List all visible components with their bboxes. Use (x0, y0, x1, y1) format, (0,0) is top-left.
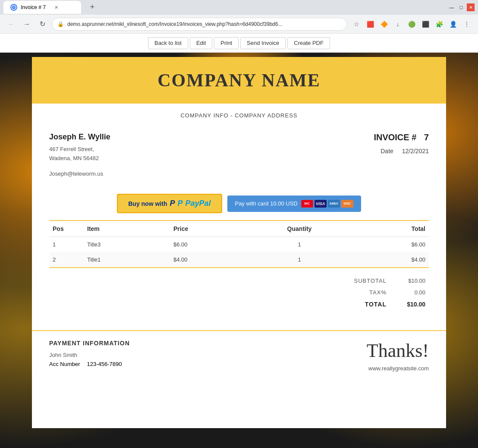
subtotal-value: $10.00 (395, 278, 425, 284)
item-pos: 1 (49, 237, 84, 252)
lock-icon: 🔒 (57, 21, 64, 27)
client-email: Joseph@teleworm.us (49, 170, 110, 179)
table-row: 2 Title1 $4.00 1 $4.00 (49, 252, 429, 268)
totals-table: SUBTOTAL $10.00 TAX% 0.00 TOTAL $10.00 (308, 275, 429, 310)
edit-button[interactable]: Edit (190, 37, 212, 49)
extension2-button[interactable]: 🔶 (378, 18, 390, 30)
website: www.reallygreatsite.com (367, 365, 429, 372)
bookmark-button[interactable]: ☆ (350, 18, 362, 30)
browser-tab[interactable]: Invoice # 7 ✕ (3, 1, 81, 14)
totals-section: SUBTOTAL $10.00 TAX% 0.00 TOTAL $10.00 (49, 268, 429, 317)
total-value: $10.00 (395, 301, 425, 308)
card-btn-label: Pay with card 10.00 USD (235, 200, 298, 207)
item-pos: 2 (49, 252, 84, 268)
item-price: $4.00 (170, 252, 256, 268)
thanks-text: Thanks! (367, 340, 429, 362)
tax-row: TAX% 0.00 (308, 287, 429, 298)
item-quantity: 1 (256, 252, 343, 268)
invoice-card: COMPANY NAME COMPANY INFO - COMPANY ADDR… (32, 57, 446, 428)
client-address-line1: 467 Ferrell Street, (49, 145, 110, 154)
card-icons: MC VISA AMEX DISC (301, 200, 353, 208)
invoice-number-value: 7 (424, 133, 429, 142)
extension5-button[interactable]: ⬛ (419, 18, 431, 30)
total-row: TOTAL $10.00 (308, 298, 429, 310)
col-price: Price (170, 221, 256, 237)
item-name: Title1 (84, 252, 170, 268)
payment-buttons: Buy now with PP PayPal Pay with card 10.… (49, 187, 429, 220)
tab-close-button[interactable]: ✕ (53, 4, 60, 11)
acc-number-value: 123-456-7890 (87, 361, 122, 367)
col-total: Total (343, 221, 429, 237)
refresh-button[interactable]: ↻ (36, 18, 48, 30)
col-item: Item (84, 221, 170, 237)
visa-icon: VISA (314, 200, 327, 208)
date-label: Date (381, 148, 393, 155)
item-total: $4.00 (343, 252, 429, 268)
col-quantity: Quantity (256, 221, 343, 237)
paypal-button[interactable]: Buy now with PP PayPal (117, 194, 222, 213)
client-name: Joseph E. Wyllie (49, 133, 110, 142)
invoice-number-label: INVOICE # (374, 133, 416, 142)
print-button[interactable]: Print (214, 37, 239, 49)
col-pos: Pos (49, 221, 84, 237)
payment-info-heading: PAYMENT INFORMATION (49, 340, 130, 347)
paypal-pp-icon: P (170, 199, 175, 208)
address-bar[interactable]: 🔒 demo.asprunner.net/mikl_xlinesoft_com/… (52, 18, 347, 31)
invoice-body: COMPANY INFO - COMPANY ADDRESS Joseph E.… (32, 104, 446, 330)
client-info: Joseph E. Wyllie 467 Ferrell Street, Wad… (49, 133, 110, 178)
maximize-button[interactable]: □ (457, 3, 465, 11)
content-area: COMPANY NAME COMPANY INFO - COMPANY ADDR… (0, 53, 478, 448)
payment-name: John Smith (49, 352, 130, 358)
extension3-button[interactable]: ↓ (392, 18, 404, 30)
invoice-wrapper: COMPANY NAME COMPANY INFO - COMPANY ADDR… (32, 57, 446, 444)
item-name: Title3 (84, 237, 170, 252)
paypal-pp2-icon: P (177, 199, 182, 208)
company-name: COMPANY NAME (49, 70, 429, 91)
menu-button[interactable]: ⋮ (461, 18, 473, 30)
extension-red-button[interactable]: 🟥 (364, 18, 376, 30)
invoice-number: INVOICE # 7 (374, 133, 429, 142)
title-bar: Invoice # 7 ✕ + — □ ✕ (0, 0, 478, 15)
amex-icon: AMEX (328, 200, 340, 208)
total-label: TOTAL (311, 301, 395, 308)
tax-value: 0.00 (395, 289, 425, 296)
subtotal-row: SUBTOTAL $10.00 (308, 275, 429, 287)
item-price: $6.00 (170, 237, 256, 252)
close-button[interactable]: ✕ (467, 3, 475, 11)
thanks-section: Thanks! www.reallygreatsite.com (367, 340, 429, 372)
create-pdf-button[interactable]: Create PDF (287, 37, 330, 49)
invoice-meta: INVOICE # 7 Date 12/2/2021 (374, 133, 429, 155)
navigation-bar: ← → ↻ 🔒 demo.asprunner.net/mikl_xlinesof… (0, 15, 478, 34)
items-table: Pos Item Price Quantity Total 1 Title3 $… (49, 220, 429, 268)
discover-icon: DISC (341, 200, 353, 208)
profile-button[interactable]: 👤 (447, 18, 459, 30)
back-to-list-button[interactable]: Back to list (148, 37, 188, 49)
acc-row: Acc Number 123-456-7890 (49, 361, 130, 367)
window-controls: — □ ✕ (448, 3, 475, 11)
forward-button[interactable]: → (21, 18, 33, 30)
back-button[interactable]: ← (5, 18, 17, 30)
send-invoice-button[interactable]: Send Invoice (240, 37, 286, 49)
item-total: $6.00 (343, 237, 429, 252)
new-tab-button[interactable]: + (86, 1, 98, 13)
item-quantity: 1 (256, 237, 343, 252)
table-row: 1 Title3 $6.00 1 $6.00 (49, 237, 429, 252)
card-payment-button[interactable]: Pay with card 10.00 USD MC VISA AMEX DIS… (227, 196, 361, 212)
extension4-button[interactable]: 🟢 (406, 18, 418, 30)
minimize-button[interactable]: — (448, 3, 456, 11)
company-info-header: COMPANY INFO - COMPANY ADDRESS (49, 104, 429, 126)
tax-label: TAX% (311, 289, 395, 296)
payment-info: PAYMENT INFORMATION John Smith Acc Numbe… (49, 340, 130, 367)
invoice-date: Date 12/2/2021 (374, 148, 429, 155)
date-value: 12/2/2021 (402, 148, 429, 155)
paypal-brand: PayPal (185, 199, 211, 208)
tab-title: Invoice # 7 (21, 4, 46, 10)
paypal-prefix: Buy now with (128, 200, 167, 207)
mastercard-icon: MC (301, 200, 313, 208)
toolbar: Back to list Edit Print Send Invoice Cre… (0, 34, 478, 53)
billing-section: Joseph E. Wyllie 467 Ferrell Street, Wad… (49, 126, 429, 187)
client-address-line2: Wadena, MN 56482 (49, 154, 110, 163)
extension6-button[interactable]: 🧩 (433, 18, 445, 30)
invoice-footer: PAYMENT INFORMATION John Smith Acc Numbe… (32, 330, 446, 380)
subtotal-label: SUBTOTAL (311, 278, 395, 284)
